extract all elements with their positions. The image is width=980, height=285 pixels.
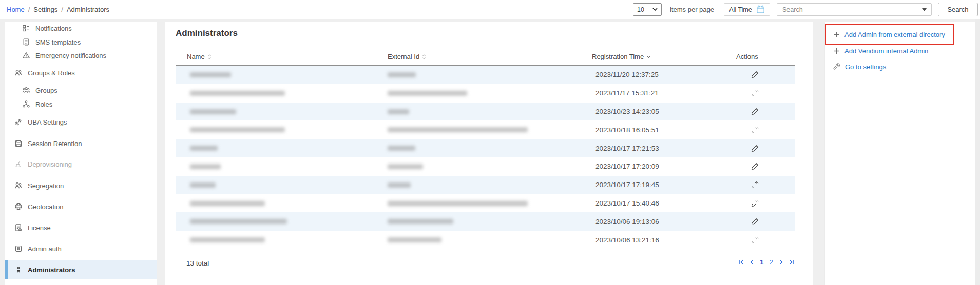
redacted-admin-name[interactable] [190, 91, 285, 96]
roles-icon [22, 100, 30, 108]
column-header-external-id[interactable]: External Id [388, 53, 426, 60]
edit-icon[interactable] [751, 199, 759, 208]
redacted-admin-name[interactable] [190, 72, 231, 77]
actions-panel: Add Admin from external directory Add Ve… [825, 22, 975, 285]
search-dropdown-caret-icon[interactable] [922, 8, 927, 11]
administrators-panel: Administrators Name External Id Registra… [165, 22, 813, 285]
search-input[interactable] [777, 6, 922, 13]
save-icon [14, 139, 23, 148]
settings-sidebar: Notifications SMS templates Emergency no… [5, 22, 157, 285]
sidebar-item-admin-auth[interactable]: Admin auth [5, 242, 157, 255]
items-per-page-select[interactable]: 10 [633, 3, 662, 16]
edit-icon[interactable] [751, 70, 759, 79]
time-filter-button[interactable]: All Time [724, 3, 770, 16]
edit-icon[interactable] [751, 89, 759, 97]
table-row: 2023/10/23 14:23:05 [176, 103, 795, 121]
sidebar-item-emergency-notifications[interactable]: Emergency notifications [5, 49, 157, 62]
sidebar-item-segregation[interactable]: Segregation [5, 179, 157, 192]
registration-time: 2023/10/06 19:13:06 [595, 212, 659, 231]
segregation-icon [14, 181, 23, 190]
redacted-admin-name[interactable] [190, 201, 265, 206]
add-veridium-internal-admin-link[interactable]: Add Veridium internal Admin [825, 45, 975, 57]
admin-settings-page: Home / Settings / Administrators 10 item… [0, 0, 980, 285]
redacted-admin-name[interactable] [190, 146, 218, 151]
redacted-admin-name[interactable] [190, 182, 216, 188]
scrollbar[interactable] [975, 19, 980, 285]
sidebar-item-license[interactable]: License [5, 221, 157, 234]
total-count: 13 total [186, 259, 209, 267]
redacted-external-id [388, 146, 415, 151]
breadcrumb-settings[interactable]: Settings [33, 6, 57, 13]
previous-page-button[interactable] [750, 259, 754, 265]
edit-icon[interactable] [751, 217, 759, 226]
sort-desc-icon[interactable] [646, 55, 651, 58]
items-per-page-value: 10 [637, 6, 644, 13]
sort-icon[interactable] [422, 54, 426, 59]
breadcrumb-home-link[interactable]: Home [7, 6, 25, 13]
next-page-button[interactable] [779, 259, 783, 265]
page-number-1[interactable]: 1 [760, 258, 764, 266]
column-label: Registration Time [592, 53, 644, 60]
table-header: Name External Id Registration Time Actio… [176, 50, 795, 66]
items-per-page-label: items per page [670, 3, 714, 16]
sort-icon[interactable] [207, 54, 212, 59]
registration-time: 2023/10/17 17:21:53 [595, 139, 659, 157]
edit-icon[interactable] [751, 162, 759, 171]
registration-time: 2023/11/17 15:31:21 [595, 84, 659, 103]
column-header-actions: Actions [736, 53, 758, 60]
license-icon [14, 223, 23, 232]
sidebar-item-uba-settings[interactable]: UBA Settings [5, 116, 157, 128]
edit-icon[interactable] [751, 107, 759, 116]
sidebar-item-groups[interactable]: Groups [5, 84, 157, 96]
redacted-admin-name[interactable] [190, 219, 287, 224]
redacted-admin-name[interactable] [190, 164, 221, 169]
sidebar-item-label: Geolocation [28, 203, 63, 211]
link-label: Add Admin from external directory [844, 31, 945, 38]
sidebar-item-deprovisioning[interactable]: Deprovisioning [5, 158, 157, 170]
registration-time: 2023/10/17 17:20:09 [595, 157, 659, 176]
edit-icon[interactable] [751, 144, 759, 153]
edit-icon[interactable] [751, 236, 759, 245]
administrator-icon [14, 266, 23, 274]
edit-icon[interactable] [751, 126, 759, 134]
sidebar-item-session-retention[interactable]: Session Retention [5, 137, 157, 150]
column-header-name[interactable]: Name [187, 53, 212, 60]
wrench-icon [833, 63, 840, 70]
sidebar-item-label: Segregation [28, 182, 64, 190]
sidebar-item-label: Session Retention [28, 140, 82, 148]
sidebar-item-administrators[interactable]: Administrators [5, 260, 157, 279]
table-row: 2023/10/17 17:19:45 [176, 176, 795, 194]
column-label: Actions [736, 53, 758, 60]
sidebar-item-roles[interactable]: Roles [5, 98, 157, 110]
sidebar-item-label: Administrators [28, 266, 75, 274]
redacted-admin-name[interactable] [190, 127, 285, 132]
page-title: Administrators [176, 28, 238, 38]
table-row: 2023/10/17 17:21:53 [176, 139, 795, 157]
broom-icon [14, 160, 23, 168]
sidebar-item-sms-templates[interactable]: SMS templates [5, 36, 157, 48]
page-number-2[interactable]: 2 [769, 258, 773, 266]
add-admin-external-link[interactable]: Add Admin from external directory [825, 28, 975, 40]
first-page-button[interactable] [738, 259, 744, 265]
edit-icon[interactable] [751, 180, 759, 189]
redacted-external-id [388, 219, 453, 224]
chevron-down-icon [652, 8, 658, 11]
sidebar-item-notifications[interactable]: Notifications [5, 22, 157, 34]
time-filter-value: All Time [729, 6, 752, 13]
sidebar-item-label: Notifications [35, 25, 72, 32]
redacted-admin-name[interactable] [190, 237, 265, 242]
last-page-button[interactable] [789, 259, 795, 265]
uba-settings-icon [14, 118, 23, 126]
sidebar-item-groups-roles[interactable]: Groups & Roles [5, 67, 157, 79]
groups-roles-icon [14, 69, 23, 77]
plus-icon [833, 48, 840, 54]
table-row: 2023/10/18 16:05:51 [176, 120, 795, 139]
column-header-registration-time[interactable]: Registration Time [592, 53, 651, 60]
breadcrumb-separator: / [61, 6, 63, 13]
go-to-settings-link[interactable]: Go to settings [825, 60, 975, 73]
groups-icon [22, 86, 30, 94]
redacted-admin-name[interactable] [190, 109, 236, 114]
search-button[interactable]: Search [938, 3, 978, 16]
sidebar-item-geolocation[interactable]: Geolocation [5, 200, 157, 213]
sidebar-item-label: License [28, 224, 51, 232]
